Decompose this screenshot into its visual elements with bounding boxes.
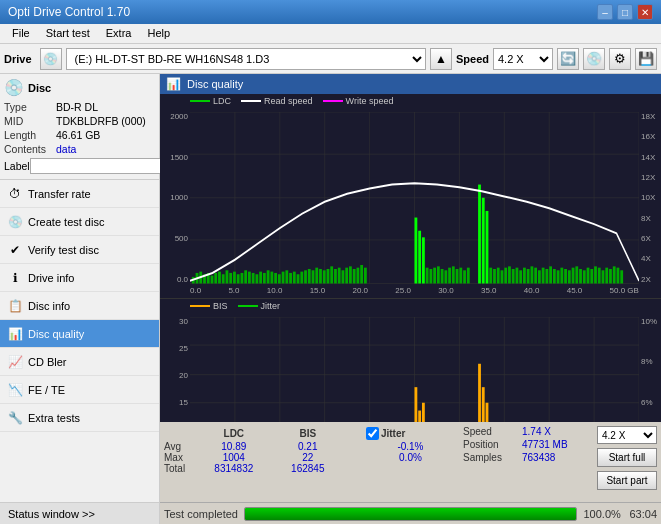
eject-button[interactable]: ▲ [430, 48, 452, 70]
status-window-label: Status window >> [8, 508, 95, 520]
menu-start-test[interactable]: Start test [38, 26, 98, 41]
samples-row-label: Samples [463, 452, 518, 463]
speed-select[interactable]: 4.2 X [493, 48, 553, 70]
sidebar-item-fe-te[interactable]: 📉 FE / TE [0, 376, 159, 404]
y-label: 2000 [162, 112, 188, 121]
avg-bis: 0.21 [274, 441, 342, 452]
svg-rect-76 [467, 268, 470, 284]
svg-rect-58 [353, 269, 356, 284]
minimize-button[interactable]: – [597, 4, 613, 20]
sidebar-item-verify-test-disc[interactable]: ✔ Verify test disc [0, 236, 159, 264]
svg-rect-100 [564, 269, 567, 284]
menu-extra[interactable]: Extra [98, 26, 140, 41]
svg-rect-103 [575, 266, 578, 283]
cd-bler-icon: 📈 [8, 355, 22, 369]
window-controls: – □ ✕ [597, 4, 653, 20]
sidebar-item-extra-tests[interactable]: 🔧 Extra tests [0, 404, 159, 432]
x-label: 25.0 [395, 286, 411, 295]
save-button[interactable]: 💾 [635, 48, 657, 70]
menu-file[interactable]: File [4, 26, 38, 41]
drive-info-icon: ℹ [8, 271, 22, 285]
close-button[interactable]: ✕ [637, 4, 653, 20]
sidebar-item-disc-quality[interactable]: 📊 Disc quality [0, 320, 159, 348]
svg-rect-64 [422, 237, 425, 283]
status-window-button[interactable]: Status window >> [0, 502, 159, 524]
y-label: 0.0 [162, 275, 188, 284]
start-part-button[interactable]: Start part [597, 471, 657, 490]
speed-label: Speed [456, 53, 489, 65]
svg-rect-27 [237, 274, 240, 283]
svg-rect-113 [613, 266, 616, 283]
sidebar-item-label: Verify test disc [28, 244, 99, 256]
y-label-right: 8X [641, 214, 659, 223]
y-axis-upper-left: 2000 1500 1000 500 0.0 [160, 112, 190, 284]
svg-rect-77 [478, 185, 481, 284]
sidebar-item-label: Extra tests [28, 412, 80, 424]
ldc-label: LDC [213, 96, 231, 106]
svg-rect-56 [345, 268, 348, 284]
start-full-button[interactable]: Start full [597, 448, 657, 467]
svg-rect-101 [568, 270, 571, 283]
main-layout: 💿 Disc Type BD-R DL MID TDKBLDRFB (000) … [0, 74, 661, 524]
col-ldc: LDC [194, 426, 274, 441]
svg-rect-114 [617, 268, 620, 284]
row-label-total: Total [164, 463, 194, 474]
speed-position-info: Speed 1.74 X Position 47731 MB Samples 7… [463, 426, 593, 463]
progress-label: 100.0% [583, 508, 623, 520]
read-speed-color [241, 100, 261, 102]
jitter-checkbox-label[interactable]: Jitter [366, 427, 455, 440]
disc-label-input[interactable] [30, 158, 163, 174]
settings-button[interactable]: ⚙ [609, 48, 631, 70]
col-bis: BIS [274, 426, 342, 441]
svg-rect-21 [214, 273, 217, 284]
drive-select[interactable]: (E:) HL-DT-ST BD-RE WH16NS48 1.D3 [66, 48, 426, 70]
y-label: 500 [162, 234, 188, 243]
y-label-right: 6X [641, 234, 659, 243]
mid-label: MID [4, 115, 56, 127]
disc-section-title: Disc [28, 82, 51, 94]
action-buttons: 4.2 X Start full Start part [597, 426, 657, 490]
sidebar-item-transfer-rate[interactable]: ⏱ Transfer rate [0, 180, 159, 208]
drive-icon-button[interactable]: 💿 [40, 48, 62, 70]
x-label: 10.0 [267, 286, 283, 295]
total-ldc: 8314832 [194, 463, 274, 474]
sidebar-item-cd-bler[interactable]: 📈 CD Bler [0, 348, 159, 376]
svg-rect-42 [293, 272, 296, 284]
speed-dropdown[interactable]: 4.2 X [597, 426, 657, 444]
jitter-checkbox[interactable] [366, 427, 379, 440]
ldc-legend: LDC [190, 96, 231, 106]
svg-rect-93 [538, 270, 541, 283]
svg-rect-53 [334, 269, 337, 284]
svg-rect-37 [274, 273, 277, 284]
sidebar-item-create-test-disc[interactable]: 💿 Create test disc [0, 208, 159, 236]
lower-legend: BIS Jitter [190, 301, 280, 311]
write-speed-legend: Write speed [323, 96, 394, 106]
bis-label: BIS [213, 301, 228, 311]
svg-rect-59 [357, 268, 360, 284]
sidebar-item-drive-info[interactable]: ℹ Drive info [0, 264, 159, 292]
progress-bar [245, 508, 576, 520]
svg-rect-92 [534, 268, 537, 284]
menu-help[interactable]: Help [139, 26, 178, 41]
svg-rect-110 [602, 270, 605, 283]
refresh-button[interactable]: 🔄 [557, 48, 579, 70]
col-jitter: Jitter [362, 426, 459, 441]
progress-container [244, 507, 577, 521]
svg-rect-62 [415, 218, 418, 284]
svg-rect-41 [289, 273, 292, 284]
svg-rect-75 [463, 270, 466, 283]
disc-button[interactable]: 💿 [583, 48, 605, 70]
x-label: 30.0 [438, 286, 454, 295]
time-label: 63:04 [629, 508, 657, 520]
svg-rect-35 [267, 270, 270, 283]
svg-rect-66 [429, 269, 432, 284]
svg-rect-81 [493, 269, 496, 284]
maximize-button[interactable]: □ [617, 4, 633, 20]
svg-rect-23 [222, 274, 225, 283]
menu-bar: File Start test Extra Help [0, 24, 661, 44]
sidebar-item-disc-info[interactable]: 📋 Disc info [0, 292, 159, 320]
svg-rect-102 [572, 268, 575, 284]
verify-disc-icon: ✔ [8, 243, 22, 257]
contents-value: data [56, 143, 76, 155]
samples-row-value: 763438 [522, 452, 555, 463]
